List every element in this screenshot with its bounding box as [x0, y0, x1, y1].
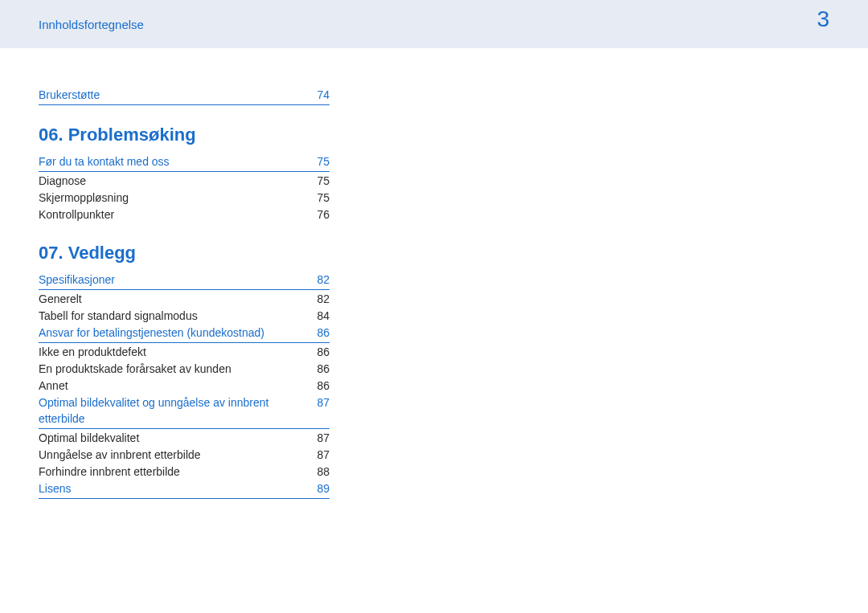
toc-link-lisens[interactable]: Lisens 89 — [39, 480, 330, 499]
toc-item: Forhindre innbrent etterbilde 88 — [39, 464, 330, 480]
toc-item-page: 86 — [305, 361, 330, 377]
header-title[interactable]: Innholdsfortegnelse — [39, 18, 144, 31]
toc-link-optimal-bildekvalitet[interactable]: Optimal bildekvalitet og unngåelse av in… — [39, 394, 330, 429]
toc-item-label: Tabell for standard signalmodus — [39, 308, 305, 324]
toc-link-for-du-ta-kontakt[interactable]: Før du ta kontakt med oss 75 — [39, 153, 330, 172]
toc-link-ansvar[interactable]: Ansvar for betalingstjenesten (kundekost… — [39, 325, 330, 343]
toc-item-page: 87 — [305, 430, 330, 446]
section-heading-06: 06. Problemsøking — [39, 125, 330, 145]
toc-link-spesifikasjoner[interactable]: Spesifikasjoner 82 — [39, 272, 330, 290]
toc-item-page: 84 — [305, 308, 330, 324]
page-header: Innholdsfortegnelse 3 — [0, 0, 868, 48]
toc-link-page: 75 — [305, 153, 330, 170]
toc-item-label: Optimal bildekvalitet — [39, 430, 305, 446]
toc-content: Brukerstøtte 74 06. Problemsøking Før du… — [0, 48, 330, 499]
toc-item-label: Ikke en produktdefekt — [39, 344, 305, 360]
toc-item-label: Kontrollpunkter — [39, 206, 305, 223]
toc-item-page: 86 — [305, 344, 330, 360]
toc-item-label: Unngåelse av innbrent etterbilde — [39, 447, 305, 463]
toc-item: Unngåelse av innbrent etterbilde 87 — [39, 447, 330, 464]
toc-item-page: 75 — [305, 173, 330, 189]
toc-item: Optimal bildekvalitet 87 — [39, 430, 330, 447]
toc-link-label: Optimal bildekvalitet og unngåelse av in… — [39, 394, 305, 427]
toc-link-label: Før du ta kontakt med oss — [39, 153, 305, 170]
toc-item: En produktskade forårsaket av kunden 86 — [39, 361, 330, 378]
toc-item: Skjermoppløsning 75 — [39, 190, 330, 206]
toc-item: Ikke en produktdefekt 86 — [39, 344, 330, 361]
toc-link-label: Spesifikasjoner — [39, 272, 305, 288]
toc-item-page: 76 — [305, 206, 330, 223]
toc-item-page: 82 — [305, 291, 330, 307]
toc-item-label: En produktskade forårsaket av kunden — [39, 361, 305, 377]
toc-item: Annet 86 — [39, 378, 330, 394]
toc-link-label: Lisens — [39, 480, 305, 497]
toc-item-page: 75 — [305, 190, 330, 206]
toc-item-label: Diagnose — [39, 173, 305, 189]
toc-link-page: 86 — [305, 325, 330, 341]
toc-item-label: Annet — [39, 378, 305, 394]
toc-link-brukerstotte[interactable]: Brukerstøtte 74 — [39, 87, 330, 105]
toc-item: Tabell for standard signalmodus 84 — [39, 308, 330, 325]
toc-link-page: 87 — [305, 394, 330, 411]
toc-item: Kontrollpunkter 76 — [39, 206, 330, 223]
toc-item: Diagnose 75 — [39, 173, 330, 190]
toc-link-label: Brukerstøtte — [39, 87, 305, 103]
toc-link-label: Ansvar for betalingstjenesten (kundekost… — [39, 325, 305, 341]
toc-link-page: 82 — [305, 272, 330, 288]
toc-item-label: Skjermoppløsning — [39, 190, 305, 206]
toc-item-page: 88 — [305, 464, 330, 480]
toc-item-label: Generelt — [39, 291, 305, 307]
toc-item: Generelt 82 — [39, 291, 330, 308]
toc-link-page: 89 — [305, 480, 330, 497]
toc-item-page: 86 — [305, 378, 330, 394]
toc-item-page: 87 — [305, 447, 330, 463]
toc-item-label: Forhindre innbrent etterbilde — [39, 464, 305, 480]
section-heading-07: 07. Vedlegg — [39, 243, 330, 264]
toc-link-page: 74 — [305, 87, 330, 103]
page-number: 3 — [817, 6, 829, 32]
